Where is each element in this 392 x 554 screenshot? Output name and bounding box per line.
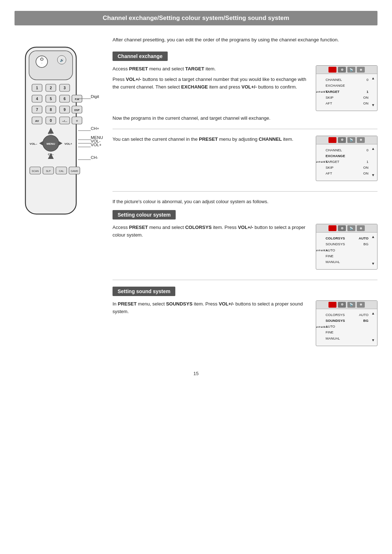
diagram-body-2: PRESET CHANNEL0 EXCHANGE TARGET [316, 144, 377, 181]
intro-text: After channel presetting, you can edit t… [113, 36, 377, 44]
para-sound: In PRESET menu, select SOUNDSYS item. Pr… [113, 300, 309, 316]
svg-text:🔊: 🔊 [60, 58, 64, 62]
icon-grey7: ⚙ [338, 225, 346, 231]
channel-exchange-row2: You can select the current channel in th… [113, 136, 377, 181]
svg-text:⏻: ⏻ [40, 57, 44, 61]
colour-system-section: If the picture's colour is abnormal, you… [113, 198, 377, 270]
vol-plus-label: VOL+ [91, 143, 102, 147]
divider-1 [113, 129, 377, 129]
para-exchange: Now the programs in the current channel,… [113, 115, 377, 122]
svg-text:2: 2 [50, 86, 52, 90]
svg-text:CAL: CAL [59, 170, 64, 172]
diagram-exchange: ⚙ 📡 ⊕ PRESET CHANNEL0 [316, 136, 377, 181]
sound-system-header: Setting sound system [113, 287, 175, 296]
preset-sidebar-2: PRESET [318, 146, 323, 178]
ch-plus-label: CH+ [91, 126, 99, 131]
header-title: Channel exchange/Setting colour system/S… [103, 15, 289, 21]
icon-grey3: ⊕ [357, 67, 365, 73]
svg-text:8: 8 [50, 108, 52, 112]
channel-exchange-row1: Access PRESET menu and select TARGET ite… [113, 65, 377, 111]
icon-red [328, 67, 336, 73]
icon-grey2: 📡 [347, 67, 355, 73]
menu-items-2: CHANNEL0 EXCHANGE TARGET1 SKIPON [325, 146, 369, 178]
icon-grey1: ⚙ [338, 67, 346, 73]
para-1: Access PRESET menu and select TARGET ite… [113, 65, 309, 73]
para-colour: Access PRESET menu and select COLORSYS i… [113, 224, 309, 239]
content-column: After channel presetting, you can edit t… [113, 36, 377, 356]
svg-text:MENU: MENU [46, 142, 55, 145]
diagram-top-bar-2: ⚙ 📡 ⊕ [316, 136, 377, 144]
icon-grey5: 📡 [347, 137, 355, 143]
menu-items-3: COLORSYSAUTO SOUNDSYSBG AUTO FINE [325, 234, 369, 266]
icon-red-2 [328, 137, 336, 143]
diagram-body-3: PRESET COLORSYSAUTO SOUNDSYSBG [316, 233, 377, 269]
nav-arrows-4: ▲ ▼ [371, 311, 376, 343]
channel-exchange-header: Channel exchange [113, 52, 168, 61]
icon-grey4: ⚙ [338, 137, 346, 143]
svg-rect-1 [29, 51, 73, 80]
menu-items-1: CHANNEL0 EXCHANGE TARGET1 SKIPON [325, 75, 369, 108]
nav-arrows-3: ▲ ▼ [371, 234, 376, 266]
sound-system-section: Setting sound system In PRESET menu, sel… [113, 287, 377, 346]
svg-text:7: 7 [36, 108, 38, 112]
svg-text:≡: ≡ [76, 119, 78, 123]
svg-text:○: ○ [41, 62, 42, 64]
diagram-top-bar-1: ⚙ 📡 ⊕ [316, 66, 377, 74]
svg-text:VOL+: VOL+ [64, 142, 72, 145]
svg-text:1: 1 [36, 86, 38, 90]
svg-text:SCAN: SCAN [32, 170, 38, 172]
svg-text:SLP: SLP [46, 170, 51, 172]
svg-text:9: 9 [64, 108, 66, 112]
preset-sidebar: PRESET [318, 75, 323, 108]
svg-text:5: 5 [50, 97, 52, 101]
page: Channel exchange/Setting colour system/S… [0, 0, 392, 554]
svg-text:VOL–: VOL– [30, 142, 37, 145]
svg-text:AV: AV [35, 119, 39, 123]
icon-grey11: 📡 [347, 302, 355, 308]
svg-text:6: 6 [64, 97, 66, 101]
main-layout: ⏻ ○ 🔊 1 2 3 4 5 [15, 36, 377, 356]
channel-exchange-section: Channel exchange Access PRESET menu and … [113, 52, 377, 181]
colour-text: Access PRESET menu and select COLORSYS i… [113, 224, 309, 242]
icon-grey10: ⚙ [338, 302, 346, 308]
colour-system-row: Access PRESET menu and select COLORSYS i… [113, 224, 377, 270]
sound-system-row: In PRESET menu, select SOUNDSYS item. Pr… [113, 300, 377, 346]
preset-sidebar-4: PRESET [318, 311, 323, 343]
icon-red-4 [328, 302, 336, 308]
para-3: You can select the current channel in th… [113, 136, 309, 143]
sound-text: In PRESET menu, select SOUNDSYS item. Pr… [113, 300, 309, 319]
icon-red-3 [328, 225, 336, 231]
diagram-top-bar-3: ⚙ 📡 ⊕ [316, 224, 377, 233]
channel-text-2: You can select the current channel in th… [113, 136, 309, 146]
remote-column: ⏻ ○ 🔊 1 2 3 4 5 [15, 36, 102, 222]
digit-label: Digit [91, 94, 99, 99]
para-2: Press VOL+/- buttons to select a target … [113, 76, 309, 91]
diagram-target: ⚙ 📡 ⊕ PRESET CHANNEL0 [316, 65, 377, 111]
nav-arrows-2: ▲ ▼ [371, 146, 376, 178]
diagram-top-bar-4: ⚙ 📡 ⊕ [316, 301, 377, 309]
svg-text:--/...: --/... [62, 119, 67, 123]
icon-grey9: ⊕ [357, 225, 365, 231]
page-number: 15 [15, 371, 377, 376]
diagram-soundsys: ⚙ 📡 ⊕ PRESET COLORSYSAUTO [316, 300, 377, 346]
ch-minus-label: CH- [91, 155, 98, 160]
icon-grey6: ⊕ [357, 137, 365, 143]
svg-text:4: 4 [36, 97, 38, 101]
preset-sidebar-3: PRESET [318, 234, 323, 266]
colour-intro: If the picture's colour is abnormal, you… [113, 198, 377, 206]
remote-svg: ⏻ ○ 🔊 1 2 3 4 5 [15, 44, 87, 221]
icon-grey8: 📡 [347, 225, 355, 231]
divider-3 [113, 280, 377, 280]
menu-items-4: COLORSYSAUTO SOUNDSYSBG AUTO FINE [325, 311, 369, 343]
diagram-colorsys: ⚙ 📡 ⊕ PRESET COLORSYSAUTO [316, 224, 377, 270]
svg-text:GAME: GAME [71, 170, 78, 172]
channel-exchange-text: Access PRESET menu and select TARGET ite… [113, 65, 309, 94]
page-header: Channel exchange/Setting colour system/S… [15, 11, 377, 25]
svg-text:0: 0 [50, 119, 52, 123]
colour-system-header: Setting colour system [113, 210, 176, 219]
remote-wrapper: ⏻ ○ 🔊 1 2 3 4 5 [15, 44, 116, 222]
nav-arrows-1: ▲ ▼ [371, 75, 376, 108]
icon-grey12: ⊕ [357, 302, 365, 308]
diagram-body-1: PRESET CHANNEL0 EXCHANGE TARGET [316, 74, 377, 111]
svg-text:DSP: DSP [74, 109, 80, 111]
